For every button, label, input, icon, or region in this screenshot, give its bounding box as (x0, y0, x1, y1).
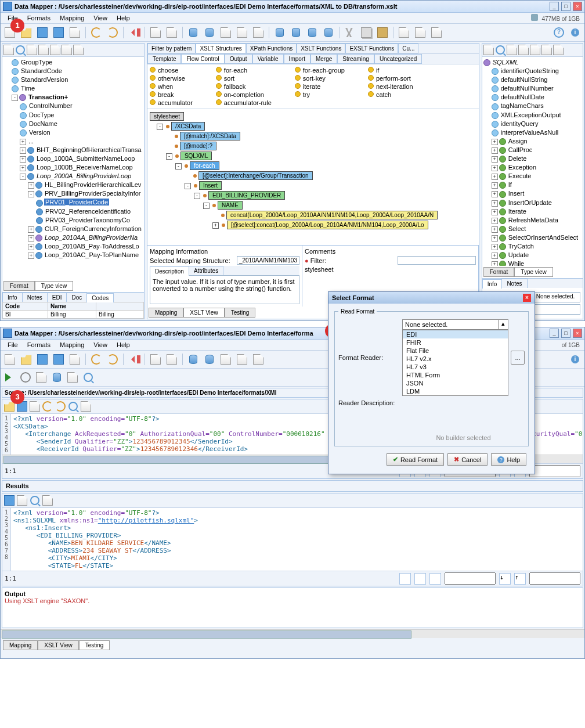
table-row[interactable]: BIBillingBilling (3, 311, 144, 319)
expand-icon[interactable]: + (492, 156, 498, 163)
rt-a[interactable] (17, 495, 27, 506)
dropdown-item[interactable]: LDM (403, 387, 508, 395)
rt-btn-6[interactable] (553, 45, 564, 55)
rt-btn-1[interactable] (483, 45, 494, 55)
tree-node[interactable]: DocType (3, 111, 143, 120)
minimize-button[interactable]: _ (550, 329, 559, 338)
flow-item[interactable]: if (368, 67, 413, 74)
flow-item[interactable]: iterate (295, 83, 345, 90)
ct-undo[interactable] (42, 401, 53, 412)
maximize-button[interactable]: □ (561, 2, 570, 11)
ftab-exslt[interactable]: EXSLT Functions (345, 44, 398, 53)
tree-node[interactable]: -Transaction+ (3, 93, 143, 102)
flow-item[interactable]: accumulator (150, 99, 193, 106)
tree-node[interactable]: ControlNumber (3, 102, 143, 110)
tree-node[interactable]: +... (3, 137, 143, 146)
undo-button[interactable] (89, 26, 103, 39)
ct-a[interactable] (30, 401, 40, 412)
tree-node[interactable]: StandardCode (3, 67, 143, 75)
expand-icon[interactable]: + (492, 244, 498, 250)
map-node[interactable]: /XCSData (171, 122, 205, 131)
lt-btn-3[interactable] (38, 45, 49, 55)
tree-node[interactable]: +Loop_1000A_SubmitterNameLoop (3, 154, 143, 163)
left-btab-typeview[interactable]: Type view (35, 281, 73, 291)
paste-button[interactable] (375, 26, 389, 39)
tb2-e[interactable] (81, 370, 95, 384)
expand-icon[interactable]: + (492, 191, 498, 197)
dropdown-item[interactable]: HTML Form (403, 371, 508, 379)
ctab-uncat[interactable]: Uncategorized (374, 54, 422, 64)
chevron-up-icon[interactable]: ▴ (498, 320, 508, 329)
ctab-merge[interactable]: Merge (310, 54, 337, 64)
menu-view[interactable]: View (89, 15, 112, 21)
lt-btn-1[interactable] (3, 45, 14, 55)
flow-item[interactable]: fallback (216, 83, 272, 90)
rt-search[interactable] (30, 495, 40, 506)
map-node[interactable]: concat(Loop_2000A/Loop_2010AA/NM1/NM104,… (226, 211, 438, 219)
help-button[interactable]: ?Help (491, 453, 526, 466)
expand-icon[interactable]: + (20, 165, 26, 171)
ctab-import[interactable]: Import (284, 54, 310, 64)
tree-node[interactable]: +If (483, 181, 582, 189)
expand-icon[interactable]: + (492, 174, 498, 180)
tb-btn-n[interactable] (429, 26, 443, 39)
dropdown-item[interactable]: FHIR (403, 338, 508, 347)
save-as-button[interactable] (52, 26, 66, 39)
attr-tab[interactable]: Attributes (189, 266, 223, 275)
lt-btn-6[interactable] (73, 45, 84, 55)
mid-btab-mapping[interactable]: Mapping (149, 308, 183, 318)
mapping-canvas[interactable]: stylesheet -/XCSData [@match]:/XCSData [… (147, 109, 479, 245)
status-input-1[interactable] (445, 572, 496, 585)
map-node[interactable]: NAME (218, 201, 243, 210)
expand-icon[interactable]: + (492, 261, 498, 266)
menu-formats[interactable]: Formats (23, 341, 55, 348)
left-tab-codes[interactable]: Codes (86, 293, 114, 302)
flow-item[interactable]: sort (216, 75, 272, 82)
cut-button[interactable] (343, 26, 357, 39)
status-btn-2[interactable] (414, 573, 426, 585)
tree-node[interactable]: +Loop_1000B_ReceiverNameLoop (3, 163, 143, 172)
dropdown-item[interactable]: Flat File (403, 347, 508, 355)
tb-btn-i[interactable] (289, 26, 303, 39)
format-reader-combo[interactable]: None selected. ▴ (402, 319, 508, 330)
expand-icon[interactable]: + (492, 218, 498, 224)
menu-mapping[interactable]: Mapping (55, 341, 89, 348)
tree-node[interactable]: +While (483, 260, 582, 266)
status-input-2[interactable] (529, 465, 580, 477)
tree-node[interactable]: +RefreshMetaData (483, 216, 582, 225)
menu-mapping[interactable]: Mapping (55, 15, 89, 21)
ctab-flow[interactable]: Flow Control (181, 54, 224, 64)
dialog-titlebar[interactable]: Select Format × (328, 292, 535, 304)
lt-btn-2[interactable] (27, 45, 37, 55)
undo-button[interactable] (89, 352, 103, 366)
menu-file[interactable]: File (3, 341, 23, 348)
expand-icon[interactable]: + (28, 235, 34, 242)
copy-button[interactable] (359, 26, 373, 39)
expand-icon[interactable]: + (492, 209, 498, 215)
expand-icon[interactable]: + (28, 253, 34, 259)
tree-node[interactable]: GroupType (3, 58, 143, 67)
tb-a[interactable] (149, 352, 162, 366)
mid-btab-xsltview[interactable]: XSLT View (183, 308, 224, 318)
desc-tab[interactable]: Description (150, 266, 189, 276)
close-button[interactable]: × (573, 2, 582, 11)
comments-filter[interactable] (398, 256, 476, 265)
expand-icon[interactable]: + (492, 182, 498, 189)
lt-search[interactable] (15, 45, 26, 55)
expand-icon[interactable]: + (492, 235, 498, 242)
flow-item[interactable]: break (150, 91, 193, 98)
tree-node[interactable]: +Iterate (483, 207, 582, 216)
tb-g[interactable] (251, 352, 265, 366)
menu-help[interactable]: Help (112, 15, 135, 21)
info-button[interactable]: i (568, 352, 582, 366)
tree-node[interactable]: identifierQuoteString (483, 67, 582, 75)
tree-node[interactable]: +Insert (483, 189, 582, 198)
map-node[interactable]: Insert (199, 181, 222, 190)
ctab-variable[interactable]: Variable (252, 54, 284, 64)
rt-btn-4[interactable] (530, 45, 540, 55)
results-code-area[interactable]: 12345678 <?xml version="1.0" encoding="U… (2, 493, 583, 586)
status-up[interactable]: ↑ (514, 573, 526, 585)
format-reader-dropdown[interactable]: EDIFHIRFlat FileHL7 v2.xHL7 v3HTML FormJ… (402, 330, 508, 396)
cancel-button[interactable]: ✖Cancel (447, 453, 488, 466)
titlebar[interactable]: Data Mapper : /Users/charlessteiner/dev/… (1, 1, 584, 13)
